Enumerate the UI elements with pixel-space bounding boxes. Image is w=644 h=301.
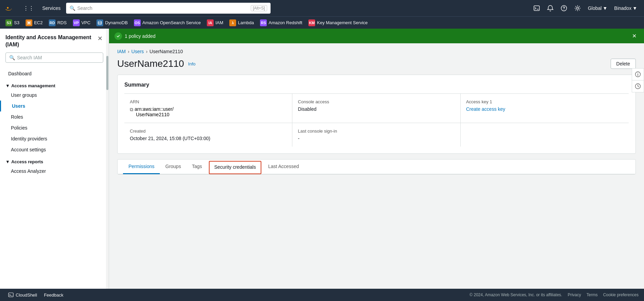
summary-empty-col — [461, 123, 629, 147]
sidebar: Identity and Access Management (IAM) ✕ 🔍… — [0, 29, 109, 289]
services-button[interactable]: Services — [40, 4, 63, 12]
delete-button[interactable]: Delete — [611, 59, 636, 69]
service-bar: S3 S3 EC2 RD RDS VP VPC DynamoDB OS Amaz… — [0, 16, 644, 29]
summary-title: Summary — [124, 82, 629, 88]
sidebar-scrollbar — [106, 29, 109, 289]
feedback-button[interactable]: Feedback — [44, 292, 63, 298]
svg-rect-12 — [9, 293, 13, 297]
clock-panel-icon[interactable] — [632, 80, 644, 92]
global-region[interactable]: Global ▼ — [585, 3, 610, 13]
right-panel-icons — [632, 68, 644, 92]
summary-access-key-col: Access key 1 Create access key — [461, 94, 629, 123]
sidebar-item-access-analyzer[interactable]: Access Analyzer — [0, 166, 109, 177]
copy-arn-icon[interactable]: ⧉ — [130, 107, 133, 112]
sidebar-search-container[interactable]: 🔍 — [5, 52, 103, 63]
service-chip-ec2[interactable]: EC2 — [23, 18, 45, 28]
breadcrumb-current: UserName2110 — [150, 49, 183, 54]
search-bar[interactable]: 🔍 Search [Alt+S] — [66, 3, 271, 14]
cloudshell-button[interactable]: CloudShell — [5, 291, 40, 299]
summary-created-col: Created October 21, 2024, 15:08 (UTC+03:… — [124, 123, 292, 147]
banner-close-button[interactable]: ✕ — [630, 32, 639, 40]
success-banner: 1 policy added ✕ — [109, 29, 644, 43]
summary-row-1: ARN ⧉ arn:aws:iam::user/ UserName2110 Co… — [124, 93, 629, 123]
user-menu[interactable]: Binadox ▼ — [612, 3, 640, 13]
bottom-bar-left: CloudShell Feedback — [5, 291, 63, 299]
content-area: 1 policy added ✕ IAM › Users › UserName2… — [109, 29, 644, 289]
tab-last-accessed[interactable]: Last Accessed — [263, 160, 304, 174]
created-value: October 21, 2024, 15:08 (UTC+03:00) — [130, 136, 287, 141]
page-title: UserName2110 — [117, 58, 184, 69]
service-chip-kms[interactable]: KM Key Management Service — [306, 18, 370, 28]
last-signin-label: Last console sign-in — [298, 129, 455, 134]
terminal-icon[interactable] — [531, 3, 543, 14]
sidebar-item-policies[interactable]: Policies — [0, 122, 109, 133]
svg-point-3 — [564, 10, 564, 10]
service-chip-opensearch[interactable]: OS Amazon OpenSearch Service — [131, 18, 203, 28]
kms-icon: KM — [308, 19, 315, 26]
page-content: IAM › Users › UserName2110 UserName2110 … — [109, 43, 644, 289]
bell-icon[interactable] — [544, 3, 556, 14]
svg-point-4 — [577, 7, 579, 9]
sidebar-item-roles[interactable]: Roles — [0, 111, 109, 122]
sidebar-item-dashboard[interactable]: Dashboard — [0, 68, 109, 79]
breadcrumb-users[interactable]: Users — [132, 49, 144, 54]
help-icon[interactable] — [558, 3, 570, 14]
sidebar-item-identity-providers[interactable]: Identity providers — [0, 133, 109, 144]
last-signin-value: - — [298, 136, 455, 141]
sidebar-search-input[interactable] — [17, 55, 99, 60]
sidebar-item-user-groups[interactable]: User groups — [0, 90, 109, 101]
svg-point-7 — [98, 21, 102, 22]
redshift-icon: RS — [260, 19, 267, 26]
service-chip-s3[interactable]: S3 S3 — [3, 18, 22, 28]
service-chip-iam[interactable]: IA IAM — [204, 18, 226, 28]
service-chip-dynamodb[interactable]: DynamoDB — [94, 18, 130, 28]
sidebar-item-users[interactable]: Users — [0, 101, 109, 111]
breadcrumb-sep1: › — [128, 49, 129, 54]
sidebar-item-account-settings[interactable]: Account settings — [0, 144, 109, 155]
opensearch-icon: OS — [134, 19, 141, 26]
tab-groups[interactable]: Groups — [160, 160, 186, 174]
cookie-preferences-link[interactable]: Cookie preferences — [603, 292, 639, 297]
settings-icon[interactable] — [571, 3, 584, 14]
nav-right-icons: Global ▼ Binadox ▼ — [531, 3, 640, 14]
summary-row-2: Created October 21, 2024, 15:08 (UTC+03:… — [124, 123, 629, 147]
tab-security-credentials[interactable]: Security credentials — [209, 161, 261, 174]
create-access-key-link[interactable]: Create access key — [466, 106, 505, 112]
service-chip-lambda[interactable]: λ Lambda — [227, 18, 257, 28]
breadcrumb: IAM › Users › UserName2110 — [117, 49, 636, 54]
service-chip-vpc[interactable]: VP VPC — [70, 18, 93, 28]
top-navigation: ⋮⋮ Services 🔍 Search [Alt+S] Global ▼ Bi… — [0, 0, 644, 16]
created-label: Created — [130, 129, 287, 134]
summary-last-signin-col: Last console sign-in - — [292, 123, 460, 147]
sidebar-close-button[interactable]: ✕ — [97, 34, 103, 43]
main-layout: Identity and Access Management (IAM) ✕ 🔍… — [0, 29, 644, 289]
info-panel-icon[interactable] — [632, 69, 644, 80]
aws-logo[interactable] — [4, 2, 18, 15]
sidebar-section-access-reports[interactable]: ▼ Access reports — [0, 155, 109, 166]
privacy-link[interactable]: Privacy — [568, 292, 581, 297]
summary-card: Summary ARN ⧉ arn:aws:iam::user/ UserNam… — [117, 75, 636, 154]
service-chip-rds[interactable]: RD RDS — [46, 18, 69, 28]
iam-icon: IA — [207, 19, 214, 26]
summary-arn-col: ARN ⧉ arn:aws:iam::user/ UserName2110 — [124, 94, 292, 123]
ec2-icon — [26, 19, 32, 26]
service-chip-redshift[interactable]: RS Amazon Redshift — [257, 18, 305, 28]
breadcrumb-iam[interactable]: IAM — [117, 49, 126, 54]
console-access-value: Disabled — [298, 106, 455, 112]
sidebar-search-icon: 🔍 — [9, 55, 15, 60]
svg-rect-1 — [534, 6, 539, 11]
sidebar-section-access-management[interactable]: ▼ Access management — [0, 79, 109, 90]
info-badge[interactable]: Info — [188, 61, 196, 66]
page-header: UserName2110 Info Delete — [117, 58, 636, 69]
terms-link[interactable]: Terms — [586, 292, 598, 297]
arn-value-row: ⧉ arn:aws:iam::user/ UserName2110 — [130, 106, 287, 117]
bottom-bar: CloudShell Feedback © 2024, Amazon Web S… — [0, 289, 644, 301]
tab-tags[interactable]: Tags — [186, 160, 208, 174]
breadcrumb-sep2: › — [146, 49, 148, 54]
search-placeholder: Search — [77, 5, 92, 11]
arn-text: arn:aws:iam::user/ UserName2110 — [135, 106, 173, 117]
search-icon: 🔍 — [70, 5, 75, 11]
grid-icon[interactable]: ⋮⋮ — [20, 3, 37, 14]
banner-success-icon — [114, 32, 122, 40]
tab-permissions[interactable]: Permissions — [123, 160, 160, 174]
